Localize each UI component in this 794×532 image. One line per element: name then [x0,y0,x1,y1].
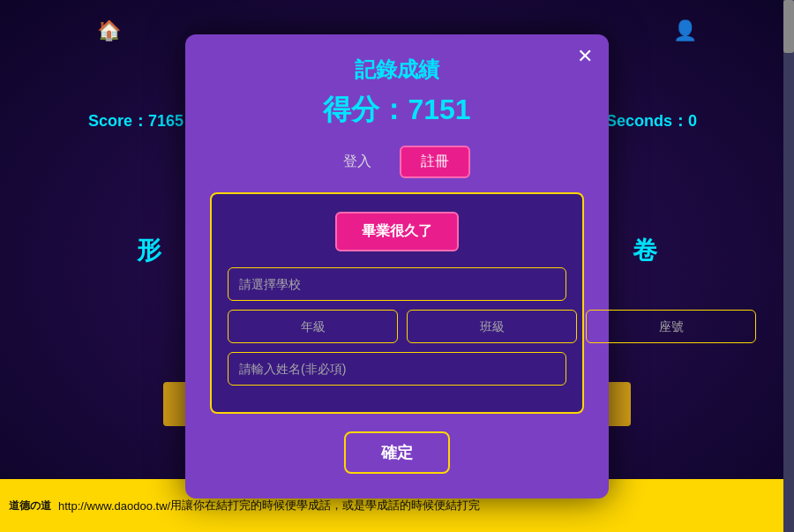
score-prefix: 得分： [323,94,408,125]
registration-form-card: 畢業很久了 [210,192,584,414]
tab-login[interactable]: 登入 [324,146,391,178]
name-input[interactable] [228,352,566,386]
score-value: 7151 [408,94,470,125]
close-button[interactable]: ✕ [577,47,593,66]
class-input[interactable] [407,310,577,343]
school-row [228,267,566,301]
modal-overlay: ✕ 記錄成績 得分：7151 登入 註冊 畢業很久了 [0,0,794,532]
modal-title: 記錄成績 [210,56,584,84]
school-input[interactable] [228,267,566,301]
tab-bar: 登入 註冊 [210,146,584,178]
modal-score: 得分：7151 [210,91,584,130]
tab-register[interactable]: 註冊 [400,146,470,178]
modal-dialog: ✕ 記錄成績 得分：7151 登入 註冊 畢業很久了 [185,34,609,498]
grade-class-seat-row [228,310,566,343]
seat-input[interactable] [586,310,756,343]
grade-input[interactable] [228,310,398,343]
graduate-button[interactable]: 畢業很久了 [335,212,459,251]
confirm-button[interactable]: 確定 [344,431,450,474]
name-row [228,352,566,386]
